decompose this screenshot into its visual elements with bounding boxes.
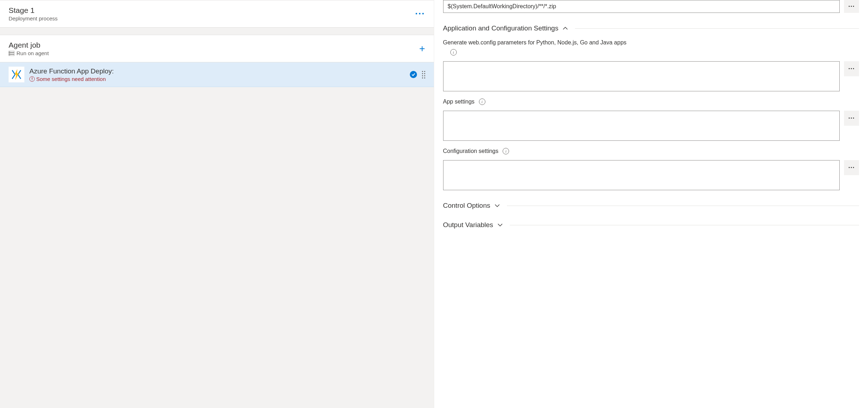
browse-appsettings-button[interactable]: ··· bbox=[844, 111, 859, 126]
section-title: Output Variables bbox=[443, 221, 493, 229]
browse-package-button[interactable]: ··· bbox=[844, 0, 859, 13]
web-config-label: Generate web.config parameters for Pytho… bbox=[443, 39, 859, 46]
section-output-variables[interactable]: Output Variables bbox=[443, 221, 859, 229]
web-config-input[interactable] bbox=[443, 61, 840, 91]
package-path-input[interactable] bbox=[443, 0, 840, 13]
chevron-down-icon bbox=[495, 203, 500, 208]
azure-function-icon bbox=[9, 67, 24, 82]
config-settings-input[interactable] bbox=[443, 160, 840, 190]
svg-rect-4 bbox=[9, 53, 10, 53]
stage-subtitle: Deployment process bbox=[9, 15, 58, 21]
svg-rect-3 bbox=[9, 51, 10, 52]
chevron-down-icon bbox=[498, 222, 503, 228]
task-warning: ! Some settings need attention bbox=[29, 76, 405, 82]
info-icon[interactable]: i bbox=[450, 49, 457, 56]
stage-more-icon[interactable]: ··· bbox=[415, 13, 425, 15]
server-icon bbox=[9, 51, 14, 56]
stage-title: Stage 1 bbox=[9, 6, 58, 15]
section-app-config[interactable]: Application and Configuration Settings bbox=[443, 24, 859, 32]
svg-rect-5 bbox=[9, 55, 10, 55]
section-title: Application and Configuration Settings bbox=[443, 24, 558, 32]
info-icon[interactable]: i bbox=[503, 148, 509, 154]
task-settings-panel: ··· Application and Configuration Settin… bbox=[434, 0, 868, 408]
browse-webconfig-button[interactable]: ··· bbox=[844, 61, 859, 76]
task-title: Azure Function App Deploy: bbox=[29, 67, 405, 75]
task-check-icon bbox=[410, 71, 417, 78]
warning-icon: ! bbox=[29, 76, 35, 82]
agent-job-subtitle: Run on agent bbox=[16, 50, 49, 56]
config-settings-label: Configuration settings bbox=[443, 148, 499, 154]
chevron-up-icon bbox=[563, 25, 568, 31]
section-title: Control Options bbox=[443, 202, 490, 210]
stage-header[interactable]: Stage 1 Deployment process ··· bbox=[0, 0, 434, 28]
app-settings-input[interactable] bbox=[443, 111, 840, 141]
add-task-icon[interactable]: + bbox=[419, 44, 425, 54]
task-row[interactable]: Azure Function App Deploy: ! Some settin… bbox=[0, 62, 434, 87]
browse-configsettings-button[interactable]: ··· bbox=[844, 160, 859, 175]
section-control-options[interactable]: Control Options bbox=[443, 202, 859, 210]
agent-job-title: Agent job bbox=[9, 41, 49, 49]
agent-job-row[interactable]: Agent job Run on agent bbox=[0, 35, 434, 62]
drag-handle-icon[interactable] bbox=[422, 71, 425, 78]
app-settings-label: App settings bbox=[443, 99, 475, 105]
pipeline-left-panel: Stage 1 Deployment process ··· Agent job bbox=[0, 0, 434, 408]
info-icon[interactable]: i bbox=[479, 99, 485, 105]
